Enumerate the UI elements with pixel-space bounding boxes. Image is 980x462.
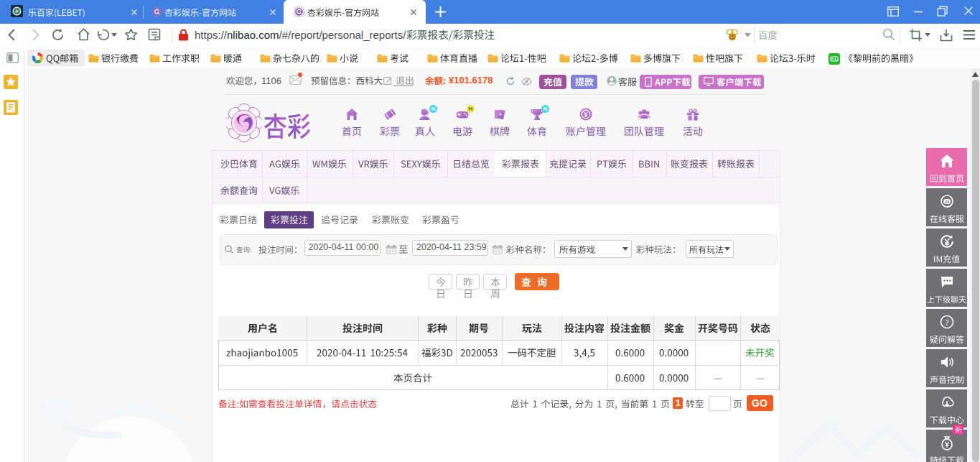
svg-text:24: 24 xyxy=(944,200,949,204)
svg-text:?: ? xyxy=(945,318,948,328)
